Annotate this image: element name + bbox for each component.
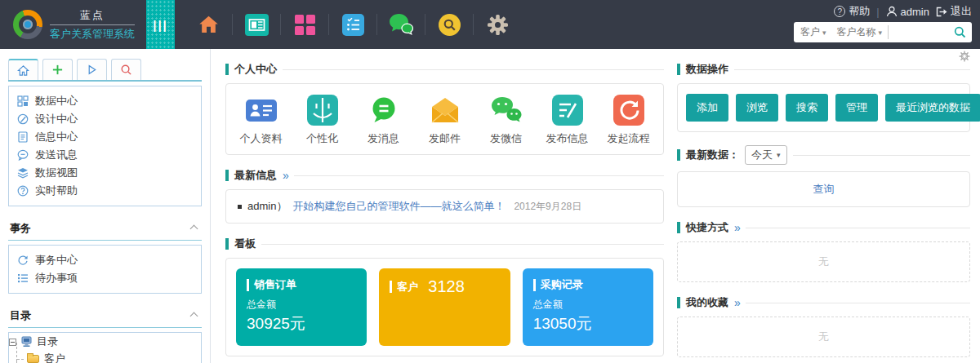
kanban-header: 看板 bbox=[225, 237, 664, 251]
chat-button[interactable] bbox=[377, 0, 425, 49]
section-catalog: 目录 bbox=[8, 306, 202, 328]
gear-icon bbox=[487, 14, 509, 36]
kanban-card-purchases[interactable]: 采购记录 总金额 13050元 bbox=[523, 268, 653, 346]
widget-settings-button[interactable] bbox=[959, 51, 970, 64]
kanban-card-sales[interactable]: 销售订单 总金额 30925元 bbox=[236, 268, 367, 346]
collapse-chevron-icon[interactable] bbox=[190, 312, 198, 320]
section-title: 个人中心 bbox=[234, 62, 277, 77]
search-field-select[interactable]: 客户名称 bbox=[831, 25, 887, 39]
shortcut-profile[interactable]: 个人资料 bbox=[236, 95, 286, 146]
design-icon bbox=[17, 113, 29, 125]
user-menu[interactable]: admin bbox=[886, 6, 929, 18]
shortcut-send-wechat[interactable]: 发微信 bbox=[481, 95, 531, 146]
logo-subtitle: 客户关系管理系统 bbox=[50, 25, 135, 42]
todo-list-icon bbox=[17, 272, 29, 284]
send-message-icon bbox=[368, 95, 399, 126]
apps-button[interactable] bbox=[281, 0, 328, 49]
shortcuts-panel: 无 bbox=[677, 241, 970, 282]
recent-data-button[interactable]: 最近浏览的数据 bbox=[885, 94, 980, 122]
small-gear-icon bbox=[959, 51, 970, 62]
section-title: 快捷方式 bbox=[686, 220, 728, 235]
bullet-icon bbox=[238, 205, 242, 209]
sidebar: 数据中心 设计中心 信息中心 发送讯息 数据视图 实时帮助 bbox=[0, 49, 211, 363]
sidebar-tabs bbox=[8, 59, 202, 82]
date-range-select[interactable]: 今天 bbox=[745, 145, 787, 165]
home-icon bbox=[198, 14, 220, 36]
section-title: 数据操作 bbox=[686, 62, 728, 77]
kanban-card-customers[interactable]: 客户3128 bbox=[379, 268, 510, 346]
shortcuts-header: 快捷方式 » bbox=[677, 220, 970, 235]
more-link[interactable]: » bbox=[283, 169, 288, 182]
sidebar-item-data-views[interactable]: 数据视图 bbox=[17, 164, 193, 182]
latest-info-header: 最新信息 » bbox=[225, 168, 664, 183]
latest-data-panel: 查询 bbox=[677, 171, 970, 207]
menu-toggle-button[interactable]: ||| bbox=[146, 0, 175, 49]
section-transactions: 事务 bbox=[8, 219, 202, 241]
right-column: 数据操作 添加 浏览 搜索 管理 最近浏览的数据 最新数据： 今天 查询 快捷方… bbox=[672, 49, 980, 363]
global-search: 客户 客户名称 bbox=[794, 22, 972, 42]
more-link[interactable]: » bbox=[734, 221, 740, 234]
sidebar-item-info-center[interactable]: 信息中心 bbox=[17, 128, 193, 146]
settings-button[interactable] bbox=[474, 0, 521, 49]
shortcut-publish-info[interactable]: 发布信息 bbox=[542, 95, 592, 146]
empty-placeholder: 无 bbox=[818, 255, 829, 269]
search-button[interactable]: 搜索 bbox=[786, 94, 828, 122]
shortcut-send-message[interactable]: 发消息 bbox=[359, 95, 408, 146]
search-center-button[interactable] bbox=[425, 0, 473, 49]
help-link[interactable]: ? 帮助 bbox=[834, 4, 870, 19]
home-outline-icon bbox=[17, 64, 29, 77]
tree-node-root[interactable]: 目录 bbox=[9, 334, 201, 349]
help-icon: ? bbox=[834, 6, 845, 17]
tab-search[interactable] bbox=[111, 59, 141, 80]
sidebar-item-send-message[interactable]: 发送讯息 bbox=[17, 146, 193, 164]
contacts-button[interactable] bbox=[233, 0, 280, 49]
magnifier-icon bbox=[120, 64, 132, 76]
hamburger-icon: ||| bbox=[153, 18, 168, 32]
logo-title: 蓝点 bbox=[50, 8, 135, 25]
query-link[interactable]: 查询 bbox=[813, 182, 835, 197]
tab-home[interactable] bbox=[8, 59, 38, 80]
checklist-icon bbox=[342, 14, 364, 36]
shortcut-start-workflow[interactable]: 发起流程 bbox=[604, 95, 653, 146]
tree-collapse-icon[interactable] bbox=[9, 339, 16, 346]
top-navbar: 蓝点 客户关系管理系统 ||| bbox=[0, 0, 980, 49]
folder-icon bbox=[27, 355, 39, 363]
data-ops-panel: 添加 浏览 搜索 管理 最近浏览的数据 bbox=[677, 83, 970, 132]
section-title: 看板 bbox=[234, 237, 256, 251]
search-submit-button[interactable] bbox=[948, 26, 972, 38]
logout-link[interactable]: 退出 bbox=[936, 4, 972, 19]
sidebar-item-design-center[interactable]: 设计中心 bbox=[17, 110, 193, 128]
sidebar-item-todo[interactable]: 待办事项 bbox=[17, 269, 193, 287]
message-bubble-icon bbox=[17, 149, 29, 161]
search-category-select[interactable]: 客户 bbox=[794, 25, 831, 39]
personal-center-header: 个人中心 bbox=[225, 62, 664, 77]
shortcut-personalize[interactable]: 个性化 bbox=[297, 95, 347, 146]
favorites-header: 我的收藏 » bbox=[677, 295, 970, 310]
tab-run[interactable] bbox=[77, 59, 107, 80]
collapse-chevron-icon[interactable] bbox=[190, 224, 198, 232]
message-author: admin） bbox=[247, 199, 287, 214]
more-link[interactable]: » bbox=[734, 296, 740, 309]
add-button[interactable]: 添加 bbox=[686, 94, 728, 122]
shortcut-send-email[interactable]: 发邮件 bbox=[420, 95, 470, 146]
sidebar-item-data-center[interactable]: 数据中心 bbox=[17, 92, 193, 110]
tasks-button[interactable] bbox=[329, 0, 376, 49]
tree-node-customers[interactable]: 客户 bbox=[13, 349, 201, 363]
message-link[interactable]: 开始构建您自己的管理软件——就这么简单！ bbox=[292, 199, 505, 214]
id-card-icon bbox=[245, 95, 278, 126]
sidebar-item-live-help[interactable]: 实时帮助 bbox=[17, 182, 193, 200]
document-icon bbox=[17, 131, 29, 143]
browse-button[interactable]: 浏览 bbox=[736, 94, 778, 122]
search-input[interactable] bbox=[890, 22, 948, 42]
manage-button[interactable]: 管理 bbox=[835, 94, 878, 122]
email-icon bbox=[429, 95, 461, 126]
navbar-right: ? 帮助 | admin 退出 客户 客户名称 bbox=[794, 0, 972, 42]
empty-placeholder: 无 bbox=[818, 330, 829, 344]
sidebar-item-transaction-center[interactable]: 事务中心 bbox=[17, 251, 193, 269]
tab-add[interactable] bbox=[42, 59, 73, 80]
logout-icon bbox=[936, 7, 947, 17]
user-icon bbox=[886, 6, 898, 17]
home-button[interactable] bbox=[185, 0, 232, 49]
app-logo: 蓝点 客户关系管理系统 bbox=[0, 8, 146, 42]
divider bbox=[888, 25, 889, 39]
